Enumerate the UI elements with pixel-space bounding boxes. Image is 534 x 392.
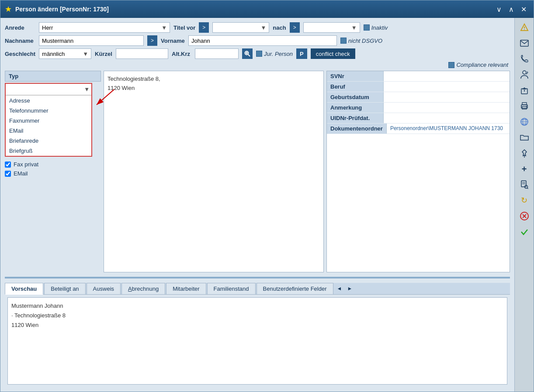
address-text: Technologiestraße 8, 1120 Wien [107, 75, 320, 93]
address-panel: Technologiestraße 8, 1120 Wien [104, 71, 324, 272]
pin-sidebar-btn[interactable] [517, 146, 531, 160]
altkrz-search-btn[interactable] [242, 48, 253, 59]
nachname-label: Nachname [5, 38, 35, 44]
uidnr-row: UIDNr-Prüfdat. [327, 113, 510, 124]
nicht-dsgvo-checkbox[interactable] [340, 38, 347, 44]
dropdown-item-briefgruss[interactable]: Briefgruß [6, 146, 91, 156]
right-fields-panel: SVNr Beruf Geburtsdatum [326, 71, 510, 272]
titel-vor-select[interactable]: ▼ [212, 22, 269, 33]
svg-point-9 [523, 71, 526, 74]
nachname-arrow-btn[interactable]: > [147, 35, 157, 46]
svg-rect-8 [520, 40, 528, 46]
tab-vorschau[interactable]: Vorschau [5, 283, 43, 295]
nachname-input[interactable] [39, 35, 144, 46]
right-panel-inner: SVNr Beruf Geburtsdatum [327, 71, 510, 134]
anmerkung-row: Anmerkung [327, 103, 510, 113]
svg-line-28 [527, 188, 528, 189]
cancel-sidebar-btn[interactable] [517, 209, 531, 223]
dropdown-item-adresse[interactable]: Adresse [6, 96, 91, 106]
inaktiv-checkbox-group[interactable]: Inaktiv [364, 24, 388, 31]
print-sidebar-btn[interactable] [517, 99, 531, 113]
uidnr-value [384, 113, 510, 123]
folder-sidebar-btn[interactable] [517, 131, 531, 144]
minimize-button[interactable]: ∨ [494, 4, 504, 14]
altkrz-input[interactable] [195, 48, 239, 59]
tab-ausweis[interactable]: Ausweis [87, 283, 121, 294]
svg-point-7 [524, 29, 525, 30]
typ-dropdown-open[interactable]: ▼ Adresse Telefonnummer Faxnummer EMail … [5, 83, 92, 157]
anmerkung-value [384, 103, 510, 113]
titlebar-controls: ∨ ∧ ✕ [494, 4, 529, 14]
typ-dropdown-input[interactable] [6, 84, 91, 95]
email-row: EMail [5, 169, 101, 178]
warning-sidebar-btn[interactable] [517, 21, 531, 34]
jur-person-checkbox[interactable] [256, 51, 262, 57]
titel-nach-btn[interactable]: > [290, 22, 300, 33]
anmerkung-label: Anmerkung [327, 103, 384, 113]
tab-mitarbeiter[interactable]: Mitarbeiter [166, 283, 206, 294]
titel-nach-arrow-icon: ▼ [351, 24, 357, 31]
geburtsdatum-value [384, 92, 510, 102]
email-label: EMail [14, 170, 28, 177]
star-icon: ★ [5, 4, 12, 14]
conflict-check-button[interactable]: conflict check [311, 48, 355, 59]
svnr-row: SVNr [327, 71, 510, 82]
altkrz-label: Alt.Krz [172, 51, 191, 57]
email-sidebar-btn[interactable] [517, 36, 531, 50]
compliance-group[interactable]: Compliance relevant [448, 62, 508, 68]
tab-nav-next[interactable]: ► [344, 285, 355, 292]
phone-sidebar-btn[interactable] [517, 52, 531, 66]
fax-privat-checkbox[interactable] [5, 162, 11, 168]
close-button[interactable]: ✕ [518, 4, 529, 14]
nicht-dsgvo-group[interactable]: nicht DSGVO [340, 38, 382, 44]
p-button[interactable]: P [296, 48, 307, 59]
titel-nach-select[interactable]: ▼ [303, 22, 360, 33]
preview-addr2: 1120 Wien [11, 320, 255, 330]
dropdown-item-briefanrede[interactable]: Briefanrede [6, 136, 91, 146]
nachname-row: Nachname > Vorname nicht DSGVO [5, 35, 510, 46]
restore-button[interactable]: ∧ [506, 4, 517, 14]
tab-abrechnung[interactable]: Abrechnung [121, 283, 165, 294]
svnr-label: SVNr [327, 71, 384, 81]
kuerzel-input[interactable] [116, 48, 168, 59]
dropdown-item-faxnummer[interactable]: Faxnummer [6, 116, 91, 126]
inaktiv-checkbox[interactable] [364, 24, 370, 31]
refresh-sidebar-btn[interactable]: ↻ [517, 193, 531, 207]
titel-vor-label: Titel vor [173, 24, 195, 31]
fax-privat-label: Fax privat [14, 161, 38, 168]
confirm-sidebar-btn[interactable] [517, 225, 531, 239]
beruf-label: Beruf [327, 82, 384, 92]
svg-line-1 [248, 55, 250, 56]
upload-sidebar-btn[interactable] [517, 83, 531, 97]
fax-privat-row: Fax privat [5, 160, 101, 168]
geschlecht-row: Geschlecht männlich ▼ Kürzel Alt.Krz [5, 48, 510, 59]
vorname-input[interactable] [188, 35, 337, 46]
geschlecht-select[interactable]: männlich ▼ [39, 48, 91, 59]
person-sidebar-btn[interactable] [517, 68, 531, 82]
tab-beteiligt[interactable]: Beteiligt an [44, 283, 85, 294]
beruf-value [384, 82, 510, 92]
tab-familienstand[interactable]: Familienstand [207, 283, 256, 294]
compliance-label: Compliance relevant [456, 62, 508, 68]
inaktiv-label: Inaktiv [371, 24, 388, 31]
svg-rect-16 [522, 107, 527, 109]
tab-nav-prev[interactable]: ◄ [334, 285, 345, 292]
globe-sidebar-btn[interactable] [517, 115, 531, 129]
anrede-select[interactable]: Herr ▼ [39, 22, 170, 33]
left-panel: Typ ▼ Adresse Telefonnummer Faxnummer EM… [5, 71, 101, 272]
address-city: 1120 Wien [107, 84, 320, 93]
titel-vor-btn[interactable]: > [199, 22, 209, 33]
dropdown-item-email[interactable]: EMail [6, 126, 91, 136]
add-sidebar-btn[interactable]: + [517, 162, 531, 176]
compliance-checkbox[interactable] [448, 62, 454, 68]
tab-benutzerdefinierte[interactable]: Benutzerdefinierte Felder [257, 283, 333, 294]
nicht-dsgvo-label: nicht DSGVO [348, 38, 382, 44]
dokumentenordner-label: Dokumentenordner [327, 124, 387, 134]
email-checkbox[interactable] [5, 171, 11, 177]
search-doc-sidebar-btn[interactable] [517, 178, 531, 192]
jur-person-group[interactable]: Jur. Person [256, 51, 293, 57]
address-street: Technologiestraße 8, [107, 75, 320, 84]
dropdown-item-telefonnummer[interactable]: Telefonnummer [6, 106, 91, 116]
titlebar: ★ Person ändern [PersonNr: 1730] ∨ ∧ ✕ [0, 0, 534, 18]
preview-right [260, 301, 503, 381]
